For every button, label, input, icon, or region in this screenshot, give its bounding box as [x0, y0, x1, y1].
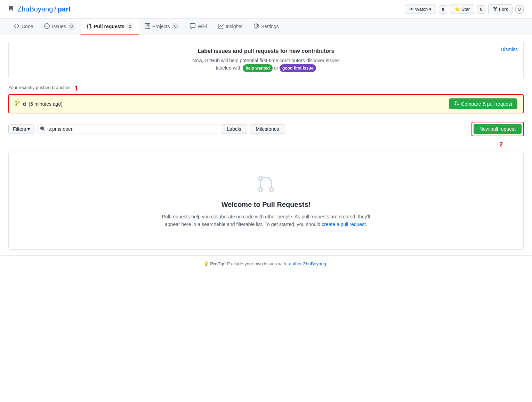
filter-chevron-icon: ▾ — [27, 126, 30, 132]
repo-name-link[interactable]: part — [58, 5, 71, 13]
tab-projects-label: Projects — [152, 24, 170, 29]
welcome-text2: and filterable list. To get started, you… — [227, 222, 320, 227]
protip-text: Exclude your own issues with — [227, 261, 287, 266]
tab-code-label: Code — [22, 24, 33, 29]
milestones-button[interactable]: Milestones — [250, 124, 285, 134]
tab-pr-label: Pull requests — [94, 24, 124, 29]
compare-pr-icon — [454, 101, 459, 107]
insights-icon — [218, 23, 224, 30]
banner-text1: Now, GitHub will help potential first-ti… — [192, 58, 339, 63]
search-icon — [40, 126, 45, 132]
recently-pushed-section: Your recently pushed branches: 1 d (6 mi… — [8, 85, 524, 113]
compare-label: Compare & pull request — [461, 101, 512, 107]
fork-icon — [493, 6, 498, 12]
filters-label: Filters — [13, 126, 26, 132]
labels-button[interactable]: Labels — [221, 124, 247, 134]
welcome-text: Pull requests help you collaborate on co… — [162, 213, 370, 228]
protip-label: ProTip! — [210, 261, 226, 266]
star-icon: ⭐ — [454, 7, 460, 12]
star-count: 0 — [477, 5, 485, 14]
new-pull-request-button[interactable]: New pull request — [474, 124, 522, 134]
tab-wiki[interactable]: Wiki — [184, 19, 212, 35]
eye-icon: 👁 — [409, 7, 414, 12]
tab-issues[interactable]: Issues 0 — [39, 19, 80, 35]
repo-icon — [8, 6, 14, 13]
tab-insights-label: Insights — [226, 24, 242, 29]
top-actions: 👁 Watch ▾ 0 ⭐ Star 0 Fork 0 — [405, 4, 524, 14]
issues-icon — [44, 23, 50, 30]
watch-button[interactable]: 👁 Watch ▾ — [405, 5, 436, 14]
welcome-title: Welcome to Pull Requests! — [17, 201, 515, 209]
star-button[interactable]: ⭐ Star — [450, 5, 474, 14]
protip-section: 💡 ProTip! Exclude your own issues with -… — [0, 256, 532, 272]
star-label: Star — [461, 7, 470, 12]
code-icon — [14, 23, 19, 30]
tab-projects[interactable]: Projects 0 — [139, 19, 185, 35]
welcome-text3: . — [366, 222, 367, 227]
branch-name: d — [23, 101, 26, 107]
filters-button[interactable]: Filters ▾ — [8, 124, 34, 134]
compare-pull-request-button[interactable]: Compare & pull request — [449, 98, 517, 109]
annotation-1: 1 — [74, 85, 78, 92]
help-wanted-badge: help wanted — [243, 64, 272, 72]
branch-time: (6 minutes ago) — [29, 101, 63, 107]
tab-issues-label: Issues — [52, 24, 66, 29]
protip-suffix: . — [328, 261, 329, 266]
chevron-down-icon: ▾ — [429, 7, 432, 12]
branch-info: d (6 minutes ago) — [15, 100, 63, 107]
fork-label: Fork — [499, 7, 508, 12]
dismiss-button[interactable]: Dismiss — [501, 47, 518, 52]
recently-pushed-label: Your recently pushed branches: — [8, 85, 72, 90]
tab-insights[interactable]: Insights — [212, 19, 248, 35]
good-first-issue-badge: good first issue — [280, 64, 316, 72]
banner-text3: or — [274, 65, 278, 71]
watch-label: Watch — [415, 7, 428, 12]
pr-icon — [86, 23, 92, 30]
branch-row: d (6 minutes ago) Compare & pull request — [8, 94, 524, 113]
repo-separator: / — [54, 5, 56, 13]
tab-code[interactable]: Code — [8, 19, 39, 35]
filter-bar: Filters ▾ Labels Milestones New pull req… — [8, 118, 524, 140]
protip-link[interactable]: -author:ZhuBoyang — [288, 261, 326, 266]
search-wrap — [37, 124, 218, 134]
protip-bulb: 💡 — [203, 261, 209, 266]
repo-owner[interactable]: ZhuBoyang — [17, 5, 53, 13]
pr-badge: 0 — [127, 23, 134, 30]
annotation-2: 2 — [499, 141, 503, 148]
projects-icon — [145, 23, 150, 30]
banner-title: Label issues and pull requests for new c… — [17, 48, 515, 54]
welcome-section: Welcome to Pull Requests! Pull requests … — [8, 152, 524, 250]
pr-large-icon — [255, 173, 277, 195]
issues-badge: 0 — [68, 23, 75, 30]
wiki-icon — [190, 23, 195, 30]
repo-title: ZhuBoyang / part — [8, 5, 71, 13]
tab-settings-label: Settings — [261, 24, 279, 29]
banner-text: Now, GitHub will help potential first-ti… — [17, 57, 515, 72]
new-pr-section: New pull request — [471, 122, 524, 136]
tab-pull-requests[interactable]: Pull requests 0 — [81, 19, 139, 35]
filter-bar-row: Filters ▾ Labels Milestones New pull req… — [8, 118, 524, 140]
top-bar: ZhuBoyang / part 👁 Watch ▾ 0 ⭐ Star 0 Fo… — [0, 0, 532, 19]
projects-badge: 0 — [172, 23, 179, 30]
svg-point-2 — [270, 188, 274, 192]
watch-count: 0 — [439, 5, 447, 14]
svg-point-1 — [259, 188, 263, 192]
nav-tabs: Code Issues 0 Pull requests 0 Projects 0… — [0, 19, 532, 35]
create-pr-link[interactable]: create a pull request — [322, 222, 366, 227]
fork-button[interactable]: Fork — [488, 4, 513, 14]
search-input[interactable] — [37, 124, 218, 134]
svg-point-0 — [259, 177, 263, 180]
tab-settings[interactable]: Settings — [248, 19, 284, 35]
settings-icon — [253, 23, 259, 30]
branch-icon — [15, 100, 20, 107]
banner-text2: labeled with — [216, 65, 242, 71]
tab-wiki-label: Wiki — [198, 24, 207, 29]
contributor-banner: Label issues and pull requests for new c… — [8, 41, 524, 79]
fork-count: 0 — [515, 5, 524, 14]
main-content: Label issues and pull requests for new c… — [0, 35, 532, 255]
